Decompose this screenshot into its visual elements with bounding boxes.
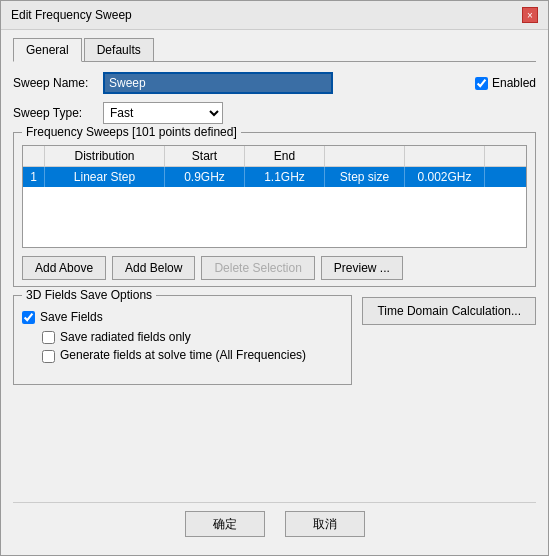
table-row[interactable]: 1 Linear Step 0.9GHz 1.1GHz Step size 0.… [23, 167, 526, 187]
enabled-label[interactable]: Enabled [492, 76, 536, 90]
footer: 确定 取消 [13, 502, 536, 547]
fields-save-group: 3D Fields Save Options Save Fields Save … [13, 295, 352, 385]
tab-general[interactable]: General [13, 38, 82, 62]
close-button[interactable]: × [522, 7, 538, 23]
delete-selection-button[interactable]: Delete Selection [201, 256, 314, 280]
sweep-name-row: Sweep Name: Enabled [13, 72, 536, 94]
sweep-type-row: Sweep Type: Fast Discrete Interpolating [13, 102, 536, 124]
row-step-value: 0.002GHz [405, 167, 485, 187]
cancel-button[interactable]: 取消 [285, 511, 365, 537]
col-extra2 [405, 146, 485, 166]
sweep-name-label: Sweep Name: [13, 76, 103, 90]
title-bar: Edit Frequency Sweep × [1, 1, 548, 30]
tabs: General Defaults [13, 38, 536, 62]
save-radiated-checkbox[interactable] [42, 331, 55, 344]
generate-fields-label[interactable]: Generate fields at solve time (All Frequ… [42, 348, 343, 363]
col-extra1 [325, 146, 405, 166]
row-distribution: Linear Step [45, 167, 165, 187]
fields-save-title: 3D Fields Save Options [22, 288, 156, 302]
frequency-sweeps-table: Distribution Start End 1 Linear Step 0.9… [22, 145, 527, 248]
col-distribution: Distribution [45, 146, 165, 166]
time-domain-button[interactable]: Time Domain Calculation... [362, 297, 536, 325]
save-fields-checkbox-label[interactable]: Save Fields [22, 310, 343, 324]
row-start: 0.9GHz [165, 167, 245, 187]
table-empty-area [23, 187, 526, 247]
frequency-sweeps-group: Frequency Sweeps [101 points defined] Di… [13, 132, 536, 287]
row-end: 1.1GHz [245, 167, 325, 187]
save-fields-row: Save Fields [22, 310, 343, 324]
save-radiated-label[interactable]: Save radiated fields only [42, 330, 343, 344]
add-below-button[interactable]: Add Below [112, 256, 195, 280]
generate-fields-text: Generate fields at solve time (All Frequ… [60, 348, 306, 362]
confirm-button[interactable]: 确定 [185, 511, 265, 537]
right-panel: Time Domain Calculation... [362, 295, 536, 498]
col-index [23, 146, 45, 166]
generate-fields-row: Generate fields at solve time (All Frequ… [22, 348, 343, 363]
bottom-section: 3D Fields Save Options Save Fields Save … [13, 295, 536, 498]
preview-button[interactable]: Preview ... [321, 256, 403, 280]
save-fields-label: Save Fields [40, 310, 103, 324]
table-header: Distribution Start End [23, 146, 526, 167]
row-step-label: Step size [325, 167, 405, 187]
sweep-name-input[interactable] [103, 72, 333, 94]
save-fields-checkbox[interactable] [22, 311, 35, 324]
tab-defaults[interactable]: Defaults [84, 38, 154, 61]
enabled-checkbox[interactable] [475, 77, 488, 90]
add-above-button[interactable]: Add Above [22, 256, 106, 280]
dialog-title: Edit Frequency Sweep [11, 8, 132, 22]
dialog-body: General Defaults Sweep Name: Enabled Swe… [1, 30, 548, 555]
dialog: Edit Frequency Sweep × General Defaults … [0, 0, 549, 556]
table-btn-row: Add Above Add Below Delete Selection Pre… [22, 256, 527, 280]
frequency-sweeps-title: Frequency Sweeps [101 points defined] [22, 125, 241, 139]
save-radiated-text: Save radiated fields only [60, 330, 191, 344]
generate-fields-checkbox[interactable] [42, 350, 55, 363]
sweep-type-label: Sweep Type: [13, 106, 103, 120]
save-radiated-row: Save radiated fields only [22, 330, 343, 344]
col-start: Start [165, 146, 245, 166]
fields-save-panel: 3D Fields Save Options Save Fields Save … [13, 295, 352, 498]
col-end: End [245, 146, 325, 166]
sweep-type-select[interactable]: Fast Discrete Interpolating [103, 102, 223, 124]
enabled-row: Enabled [475, 76, 536, 90]
row-index: 1 [23, 167, 45, 187]
